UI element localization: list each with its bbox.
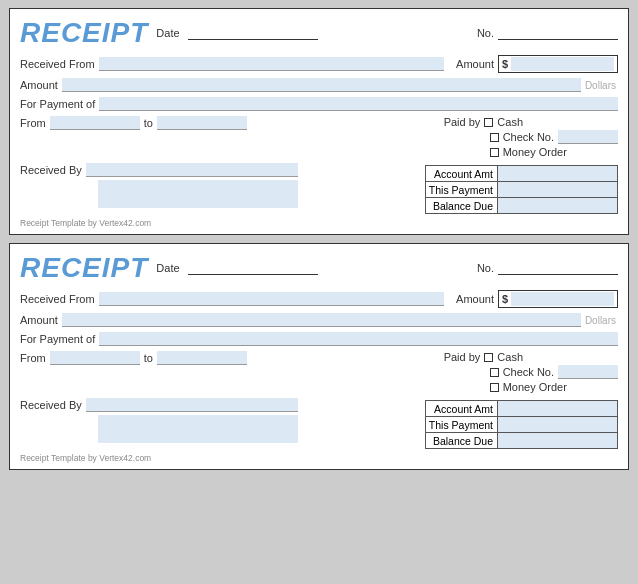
check-no-input[interactable] bbox=[558, 130, 618, 144]
date-label: Date bbox=[156, 27, 179, 39]
balance-due-value[interactable] bbox=[498, 198, 618, 214]
from-input[interactable] bbox=[50, 116, 140, 130]
for-payment2-label: For Payment of bbox=[20, 333, 95, 345]
no2-input[interactable] bbox=[498, 261, 618, 275]
balance-due-label: Balance Due bbox=[425, 198, 497, 214]
amount2-dollars-input[interactable] bbox=[62, 313, 581, 327]
from-to-row: From to bbox=[20, 116, 247, 130]
no2-label: No. bbox=[477, 262, 494, 274]
account-table-section: Account Amt This Payment Balance Due bbox=[425, 163, 618, 214]
date2-input[interactable] bbox=[188, 261, 318, 275]
footer-1: Receipt Template by Vertex42.com bbox=[20, 218, 618, 228]
amount2-dollars-row: Amount Dollars bbox=[20, 313, 618, 327]
to-input[interactable] bbox=[157, 116, 247, 130]
receipt-title-date: RECEIPT Date bbox=[20, 17, 318, 49]
from-label: From bbox=[20, 117, 46, 129]
amount-dollars-label: Amount bbox=[20, 79, 58, 91]
date2-label: Date bbox=[156, 262, 179, 274]
to2-label: to bbox=[144, 352, 153, 364]
this-payment-row: This Payment bbox=[425, 182, 617, 198]
signature2-box[interactable] bbox=[98, 415, 298, 443]
amount2-dollars-label: Amount bbox=[20, 314, 58, 326]
from2-input[interactable] bbox=[50, 351, 140, 365]
paid-by-label: Paid by bbox=[444, 116, 481, 128]
balance-due2-row: Balance Due bbox=[425, 433, 617, 449]
account-amt2-value[interactable] bbox=[498, 401, 618, 417]
date-input[interactable] bbox=[188, 26, 318, 40]
check2-no-input[interactable] bbox=[558, 365, 618, 379]
money-order-label: Money Order bbox=[503, 146, 567, 158]
receipt2-title: RECEIPT bbox=[20, 252, 148, 284]
check-checkbox[interactable] bbox=[490, 133, 499, 142]
receipt-1: RECEIPT Date No. Received From Amount $ … bbox=[9, 8, 629, 235]
dollar2-sign: $ bbox=[502, 293, 508, 305]
for-payment2-input[interactable] bbox=[99, 332, 618, 346]
account-amt-value[interactable] bbox=[498, 166, 618, 182]
account-amt2-row: Account Amt bbox=[425, 401, 617, 417]
received-from2-input[interactable] bbox=[99, 292, 445, 306]
amount2-label: Amount bbox=[456, 293, 494, 305]
account-table: Account Amt This Payment Balance Due bbox=[425, 165, 618, 214]
receipt-title: RECEIPT bbox=[20, 17, 148, 49]
dollars2-label: Dollars bbox=[585, 315, 618, 326]
received-from2-row: Received From bbox=[20, 292, 444, 306]
for-payment-label: For Payment of bbox=[20, 98, 95, 110]
received-by-label: Received By bbox=[20, 164, 82, 176]
cash2-checkbox[interactable] bbox=[484, 353, 493, 362]
this-payment2-label: This Payment bbox=[425, 417, 497, 433]
receipt2-top-row: RECEIPT Date No. bbox=[20, 252, 618, 284]
received-by-name-input[interactable] bbox=[86, 163, 298, 177]
check-label: Check No. bbox=[503, 131, 554, 143]
paid-by2-section: Paid by Cash Check No. Money Order bbox=[444, 351, 618, 393]
received-by2-name-input[interactable] bbox=[86, 398, 298, 412]
to-label: to bbox=[144, 117, 153, 129]
check2-label: Check No. bbox=[503, 366, 554, 378]
amount2-box: $ bbox=[498, 290, 618, 308]
amount-dollars-row: Amount Dollars bbox=[20, 78, 618, 92]
to2-input[interactable] bbox=[157, 351, 247, 365]
received-by-section: Received By bbox=[20, 163, 298, 208]
paid-by-section: Paid by Cash Check No. Money Order bbox=[444, 116, 618, 158]
footer-2: Receipt Template by Vertex42.com bbox=[20, 453, 618, 463]
for-payment-row: For Payment of bbox=[20, 97, 618, 111]
this-payment-label: This Payment bbox=[425, 182, 497, 198]
cash-checkbox[interactable] bbox=[484, 118, 493, 127]
no-section: No. bbox=[477, 26, 618, 40]
for-payment-input[interactable] bbox=[99, 97, 618, 111]
amount-dollars-input[interactable] bbox=[62, 78, 581, 92]
from2-label: From bbox=[20, 352, 46, 364]
balance-due-row: Balance Due bbox=[425, 198, 617, 214]
receipt-top-row: RECEIPT Date No. bbox=[20, 17, 618, 49]
no2-section: No. bbox=[477, 261, 618, 275]
account-amt-label: Account Amt bbox=[425, 166, 497, 182]
no-input[interactable] bbox=[498, 26, 618, 40]
this-payment2-value[interactable] bbox=[498, 417, 618, 433]
balance-due2-value[interactable] bbox=[498, 433, 618, 449]
dollar-sign: $ bbox=[502, 58, 508, 70]
amount2-section: Amount $ bbox=[456, 290, 618, 308]
from-to2-row: From to bbox=[20, 351, 247, 365]
received-from2-label: Received From bbox=[20, 293, 95, 305]
money-order2-label: Money Order bbox=[503, 381, 567, 393]
this-payment2-row: This Payment bbox=[425, 417, 617, 433]
received-by2-label: Received By bbox=[20, 399, 82, 411]
cash2-label: Cash bbox=[497, 351, 523, 363]
amount2-input[interactable] bbox=[511, 292, 614, 306]
this-payment-value[interactable] bbox=[498, 182, 618, 198]
received-from-input[interactable] bbox=[99, 57, 445, 71]
account-table2-section: Account Amt This Payment Balance Due bbox=[425, 398, 618, 449]
check2-checkbox[interactable] bbox=[490, 368, 499, 377]
balance-due2-label: Balance Due bbox=[425, 433, 497, 449]
amount-section: Amount $ bbox=[456, 55, 618, 73]
amount-box: $ bbox=[498, 55, 618, 73]
account-amt2-label: Account Amt bbox=[425, 401, 497, 417]
money-order-checkbox[interactable] bbox=[490, 148, 499, 157]
receipt-2: RECEIPT Date No. Received From Amount $ … bbox=[9, 243, 629, 470]
paid-by2-label: Paid by bbox=[444, 351, 481, 363]
no-label: No. bbox=[477, 27, 494, 39]
for-payment2-row: For Payment of bbox=[20, 332, 618, 346]
money-order2-checkbox[interactable] bbox=[490, 383, 499, 392]
amount-input[interactable] bbox=[511, 57, 614, 71]
account-amt-row: Account Amt bbox=[425, 166, 617, 182]
signature-box[interactable] bbox=[98, 180, 298, 208]
